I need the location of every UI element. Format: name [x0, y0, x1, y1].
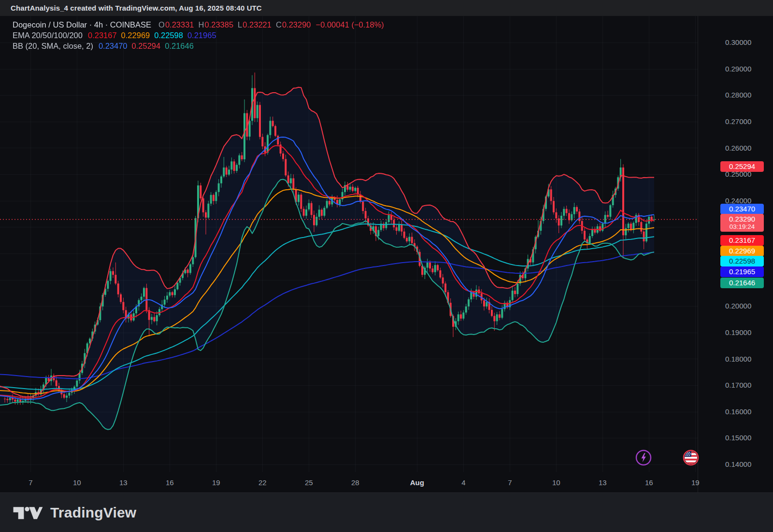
price-tick-label: 0.14000: [725, 461, 751, 468]
legend-value: Dogecoin / US Dollar · 4h · COINBASE: [13, 20, 151, 29]
legend-value: 0.23385: [204, 20, 233, 29]
tradingview-brand: TradingView: [13, 503, 136, 522]
bb-upper-label: 0.25294: [720, 161, 764, 172]
time-tick-label: 10: [73, 473, 81, 492]
time-tick-label: 25: [305, 473, 313, 492]
price-tick-label: 0.29000: [725, 65, 751, 73]
price-tick-label: 0.27000: [725, 118, 751, 126]
time-tick-label: 4: [461, 473, 465, 492]
time-tick-label: 10: [552, 473, 560, 492]
legend-value: 0.25294: [132, 42, 161, 51]
price-tick-label: 0.17000: [725, 381, 751, 389]
last-price-label: 0.2329003:19:24: [720, 214, 764, 232]
legend-value: 0.23331: [165, 20, 194, 29]
legend-value: 0.22969: [121, 31, 150, 40]
time-axis[interactable]: 710131619222528Aug4710131619: [0, 473, 698, 492]
legend-value: H: [199, 20, 204, 29]
price-tick-label: 0.28000: [725, 91, 751, 99]
time-tick-label: 28: [351, 473, 359, 492]
lightning-icon: [635, 449, 652, 466]
us-flag-icon: [683, 449, 699, 466]
legend-value: BB (20, SMA, close, 2): [13, 42, 93, 51]
price-tick-label: 0.16000: [725, 408, 751, 416]
footer-bar: TradingView: [0, 492, 773, 532]
time-tick-label: 7: [29, 473, 32, 492]
price-tick-label: 0.18000: [725, 355, 751, 363]
time-tick-label: 7: [508, 473, 512, 492]
ideas-button[interactable]: [635, 449, 652, 466]
legend-value: 0.23290: [282, 20, 311, 29]
ema100-label: 0.22598: [720, 256, 764, 266]
price-tick-label: 0.20000: [725, 302, 751, 310]
tradingview-logo-icon: [13, 503, 43, 522]
price-chart-canvas[interactable]: [0, 16, 698, 473]
time-tick-label: Aug: [410, 473, 424, 492]
bb-lower-label: 0.21646: [720, 278, 764, 288]
price-tick-label: 0.19000: [725, 329, 751, 336]
chart-legend: Dogecoin / US Dollar · 4h · COINBASEO0.2…: [13, 20, 384, 52]
ema20-label: 0.23167: [720, 235, 764, 246]
legend-value: 0.23167: [88, 31, 117, 40]
time-tick-label: 13: [119, 473, 128, 492]
brand-name: TradingView: [50, 504, 136, 521]
legend-value: L: [238, 20, 242, 29]
ema50-label: 0.22969: [720, 246, 764, 256]
time-tick-label: 13: [599, 473, 607, 492]
title-bar: ChartAnalysis_4 created with TradingView…: [0, 0, 773, 16]
legend-value: 0.23470: [99, 42, 128, 51]
legend-value: EMA 20/50/100/200: [13, 31, 83, 40]
time-tick-label: 22: [258, 473, 267, 492]
legend-value: 0.23221: [243, 20, 272, 29]
legend-value: C: [276, 20, 282, 29]
page-title: ChartAnalysis_4 created with TradingView…: [11, 4, 262, 12]
legend-value: −0.00041 (−0.18%): [316, 20, 384, 29]
ema200-label: 0.21965: [720, 266, 764, 277]
price-tick-label: 0.15000: [725, 434, 751, 442]
time-tick-label: 16: [645, 473, 653, 492]
legend-value: 0.21646: [165, 42, 194, 51]
symbol-ohlc-row: Dogecoin / US Dollar · 4h · COINBASEO0.2…: [13, 20, 384, 31]
price-axis[interactable]: 0.300000.290000.280000.270000.260000.250…: [698, 16, 773, 492]
ema-indicator-row: EMA 20/50/100/2000.231670.229690.225980.…: [13, 31, 384, 42]
usd-market-button[interactable]: [683, 449, 699, 466]
bb-indicator-row: BB (20, SMA, close, 2)0.234700.252940.21…: [13, 42, 384, 52]
legend-value: O: [158, 20, 165, 29]
legend-value: 0.21965: [187, 31, 216, 40]
price-tick-label: 0.30000: [725, 39, 751, 46]
time-tick-label: 19: [212, 473, 220, 492]
bb-basis-label: 0.23470: [720, 204, 764, 214]
price-tick-label: 0.26000: [725, 144, 751, 152]
legend-value: 0.22598: [154, 31, 183, 40]
chart-pane: Dogecoin / US Dollar · 4h · COINBASEO0.2…: [0, 16, 698, 473]
time-tick-label: 16: [166, 473, 174, 492]
